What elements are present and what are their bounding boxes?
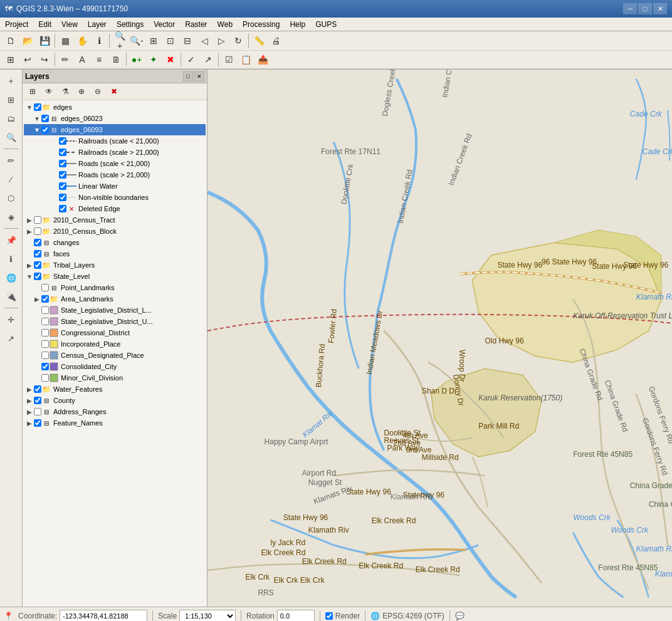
render-checkbox[interactable] xyxy=(325,612,333,620)
check-linear-water[interactable] xyxy=(59,182,66,190)
layer-census-designated[interactable]: ▶ Census_Designated_Place xyxy=(24,350,206,361)
layer-faces[interactable]: ▶ ⊟ faces xyxy=(24,248,206,259)
layer-railroads-g21[interactable]: ▶ Railroads (scale > 21,000) xyxy=(24,147,206,158)
layer-water-features[interactable]: ▶ 📁 Water_Features xyxy=(24,384,206,395)
menu-view[interactable]: View xyxy=(56,18,83,31)
left-info-btn[interactable]: ℹ xyxy=(3,250,20,268)
left-plugin-btn[interactable]: 🔌 xyxy=(3,288,20,305)
layer-roads-g21[interactable]: ▶ Roads (scale > 21,000) xyxy=(24,169,206,180)
check-census-designated[interactable] xyxy=(41,352,49,359)
check-deleted-edge[interactable] xyxy=(59,205,66,212)
menu-project[interactable]: Project xyxy=(0,18,33,31)
layers-filter-btn[interactable]: ⚗ xyxy=(58,85,73,98)
left-line-btn[interactable]: ∕ xyxy=(3,170,20,188)
menu-settings[interactable]: Settings xyxy=(112,18,149,31)
coord-input[interactable] xyxy=(60,610,147,622)
reports-btn[interactable]: 📋 xyxy=(238,51,254,68)
left-pin-btn[interactable]: 📌 xyxy=(3,231,20,249)
menu-web[interactable]: Web xyxy=(213,18,238,31)
rotation-input[interactable] xyxy=(277,610,315,622)
check-rail-g21[interactable] xyxy=(59,149,66,156)
scale-select[interactable]: 1:15,130 xyxy=(179,610,236,622)
layers-add-group-btn[interactable]: ⊞ xyxy=(25,85,40,98)
layer-non-visible[interactable]: ▶ Non-visible boundaries xyxy=(24,192,206,203)
close-button[interactable]: ✕ xyxy=(653,3,667,14)
layer-deleted-edge[interactable]: ▶ ✕ Deleted Edge xyxy=(24,203,206,214)
layer-edges-group[interactable]: ▼ 📁 edges xyxy=(24,102,206,113)
layers-close-btn[interactable]: ✕ xyxy=(194,71,204,81)
check-edges-06093[interactable] xyxy=(41,126,49,133)
check-roads-s21[interactable] xyxy=(59,160,66,167)
layers-remove-btn[interactable]: ✖ xyxy=(107,85,122,98)
add-point-btn[interactable]: ●+ xyxy=(129,51,145,68)
zoom-full-btn[interactable]: ⊞ xyxy=(145,33,162,49)
save-btn[interactable]: 💾 xyxy=(36,33,53,49)
layers-restore-btn[interactable]: □ xyxy=(183,71,193,81)
layer-address-ranges[interactable]: ▶ ⊟ Address_Ranges xyxy=(24,406,206,417)
zoom-prev-btn[interactable]: ◁ xyxy=(196,33,213,49)
layer-linear-water[interactable]: ▶ Linear Water xyxy=(24,180,206,192)
check-faces[interactable] xyxy=(34,250,41,258)
left-polygon-btn[interactable]: ⬡ xyxy=(3,189,20,207)
layer-congressional[interactable]: ▶ Congressional_District xyxy=(24,327,206,338)
menu-processing[interactable]: Processing xyxy=(238,18,285,31)
layers-collapse-btn[interactable]: ⊖ xyxy=(90,85,105,98)
check-non-visible[interactable] xyxy=(59,194,66,201)
pan-btn[interactable]: ✋ xyxy=(74,33,90,49)
check-edges[interactable] xyxy=(34,103,41,111)
refresh-btn[interactable]: ↻ xyxy=(230,33,246,49)
edit-btn[interactable]: ⊞ xyxy=(3,51,19,68)
map-area[interactable]: Karuk Off-Reservation Trust Land(1750) K… xyxy=(207,70,672,607)
left-new-btn[interactable]: + xyxy=(3,72,20,90)
open-btn[interactable]: 📂 xyxy=(19,33,36,49)
check-state-level[interactable] xyxy=(34,273,41,280)
redo-btn[interactable]: ↪ xyxy=(36,51,53,68)
print-btn[interactable]: 🖨 xyxy=(268,33,284,49)
minimize-button[interactable]: ─ xyxy=(623,3,637,14)
undo-btn[interactable]: ↩ xyxy=(19,51,36,68)
check-changes[interactable] xyxy=(34,239,41,246)
menu-vector[interactable]: Vector xyxy=(149,18,180,31)
layer-state-leg-l[interactable]: ▶ State_Legislative_District_L... xyxy=(24,305,206,316)
export-btn[interactable]: ↗ xyxy=(200,51,216,68)
left-globe-btn[interactable]: 🌐 xyxy=(3,269,20,286)
layer-tribal[interactable]: ▶ 📁 Tribal_Layers xyxy=(24,259,206,271)
check-inc-place[interactable] xyxy=(41,340,49,348)
transmit-btn[interactable]: 📤 xyxy=(255,51,271,68)
menu-gups[interactable]: GUPS xyxy=(310,18,342,31)
check-point-landmarks[interactable] xyxy=(41,284,49,291)
layer-state-leg-u[interactable]: ▶ State_Legislative_District_U... xyxy=(24,316,206,327)
check-consolidated-city[interactable] xyxy=(41,363,49,370)
check-census-block[interactable] xyxy=(34,227,41,235)
check-roads-g21[interactable] xyxy=(59,171,66,179)
zoom-in-btn[interactable]: 🔍+ xyxy=(112,33,128,49)
check-water-features[interactable] xyxy=(34,385,41,393)
layer-inc-place[interactable]: ▶ Incorporated_Place xyxy=(24,338,206,350)
layer-census-block[interactable]: ▶ 📁 2010_Census_Block xyxy=(24,226,206,237)
layer-consolidated-city[interactable]: ▶ Consolidated_City xyxy=(24,361,206,372)
form-btn[interactable]: 🗎 xyxy=(108,51,124,68)
check-feature-names[interactable] xyxy=(34,419,41,427)
layers-eye-btn[interactable]: 👁 xyxy=(41,85,56,98)
layer-state-level[interactable]: ▼ 📁 State_Level xyxy=(24,271,206,282)
digitize-btn[interactable]: ✏ xyxy=(57,51,73,68)
layer-point-landmarks[interactable]: ▶ ⊟ Point_Landmarks xyxy=(24,282,206,293)
menu-edit[interactable]: Edit xyxy=(33,18,56,31)
layers-expand-btn[interactable]: ⊕ xyxy=(74,85,89,98)
zoom-out-btn[interactable]: 🔍- xyxy=(129,33,145,49)
layer-railroads-s21[interactable]: ▶ Railroads (scale < 21,000) xyxy=(24,135,206,147)
validate-btn[interactable]: ✓ xyxy=(183,51,199,68)
left-arrow-btn[interactable]: ↗ xyxy=(3,330,20,347)
layer-roads-s21[interactable]: ▶ Roads (scale < 21,000) xyxy=(24,158,206,169)
checklist-btn[interactable]: ☑ xyxy=(221,51,237,68)
check-census-tract[interactable] xyxy=(34,216,41,224)
menu-raster[interactable]: Raster xyxy=(180,18,212,31)
delete-btn[interactable]: ✖ xyxy=(162,51,179,68)
layer-census-tract[interactable]: ▶ 📁 2010_Census_Tract xyxy=(24,214,206,226)
layer-county[interactable]: ▶ ⊟ County xyxy=(24,395,206,406)
attr-table-btn[interactable]: ≡ xyxy=(91,51,107,68)
zoom-layer-btn[interactable]: ⊡ xyxy=(162,33,179,49)
check-congressional[interactable] xyxy=(41,329,49,337)
measure-btn[interactable]: 📏 xyxy=(251,33,267,49)
left-edit-btn[interactable]: ✏ xyxy=(3,152,20,169)
